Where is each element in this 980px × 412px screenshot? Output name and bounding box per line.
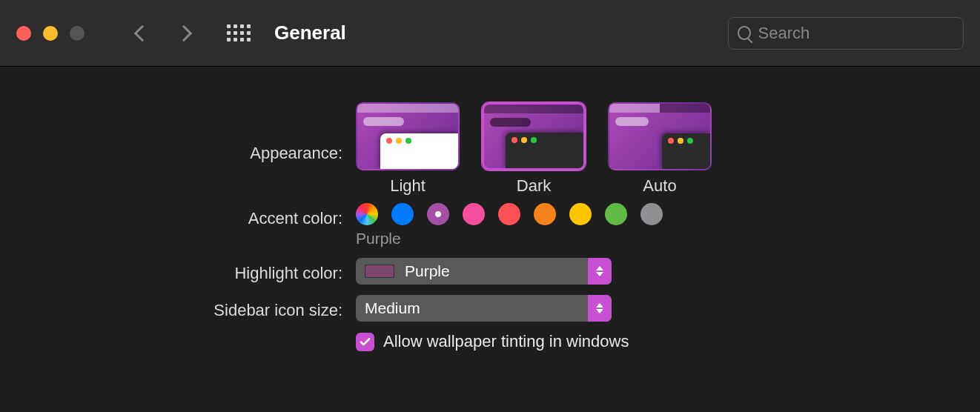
minimize-button[interactable] — [43, 26, 58, 41]
toolbar: General — [0, 0, 980, 67]
search-field[interactable] — [728, 17, 964, 50]
wallpaper-tint-checkbox[interactable] — [356, 333, 374, 351]
window-controls — [16, 26, 85, 41]
back-button[interactable] — [134, 24, 151, 41]
highlight-select[interactable]: Purple — [356, 258, 612, 285]
highlight-label: Highlight color: — [0, 258, 356, 283]
accent-yellow[interactable] — [569, 203, 592, 225]
wallpaper-tint-label: Allow wallpaper tinting in windows — [383, 332, 629, 351]
appearance-light-label: Light — [356, 176, 460, 196]
checkmark-icon — [359, 336, 371, 348]
select-stepper-icon — [588, 295, 612, 322]
nav-controls — [136, 27, 190, 39]
show-all-icon[interactable] — [227, 24, 251, 41]
sidebar-size-value: Medium — [365, 299, 420, 317]
accent-selected-label: Purple — [356, 230, 663, 247]
select-stepper-icon — [588, 258, 612, 285]
sidebar-size-select[interactable]: Medium — [356, 295, 612, 322]
accent-green[interactable] — [605, 203, 627, 225]
accent-blue[interactable] — [391, 203, 414, 225]
highlight-value: Purple — [405, 262, 450, 280]
accent-label: Accent color: — [0, 203, 356, 228]
appearance-dark-label: Dark — [482, 176, 586, 196]
appearance-auto-label: Auto — [608, 176, 712, 196]
accent-purple[interactable] — [427, 203, 449, 225]
sidebar-size-label: Sidebar icon size: — [0, 295, 356, 320]
search-icon — [738, 26, 751, 40]
appearance-option-auto[interactable] — [608, 102, 712, 170]
appearance-option-light[interactable] — [356, 102, 460, 170]
appearance-label: Appearance: — [0, 102, 356, 163]
accent-orange[interactable] — [534, 203, 556, 225]
content: Appearance: Light D — [0, 67, 980, 351]
appearance-options: Light Dark Auto — [356, 102, 712, 196]
search-input[interactable] — [758, 24, 954, 43]
page-title: General — [274, 21, 346, 44]
close-button[interactable] — [16, 26, 31, 41]
accent-pink[interactable] — [463, 203, 485, 225]
forward-button[interactable] — [176, 24, 193, 41]
accent-color-options — [356, 203, 663, 225]
zoom-button[interactable] — [70, 26, 85, 41]
accent-multicolor[interactable] — [356, 203, 378, 225]
accent-gray[interactable] — [640, 203, 663, 225]
accent-red[interactable] — [498, 203, 520, 225]
highlight-swatch — [365, 265, 394, 278]
appearance-option-dark[interactable] — [482, 102, 586, 170]
